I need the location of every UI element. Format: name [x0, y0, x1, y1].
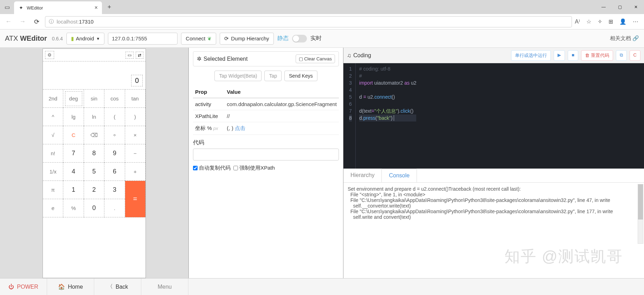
scrollbar[interactable] — [638, 184, 643, 244]
home-button[interactable]: 🏠Home — [47, 278, 94, 295]
calc-key[interactable]: − — [125, 144, 146, 163]
site-info-icon[interactable]: ⓘ — [49, 19, 54, 25]
calc-key[interactable]: 9 — [104, 144, 125, 163]
calc-key[interactable]: ln — [84, 108, 104, 126]
collections-icon[interactable]: ⊞ — [608, 18, 613, 25]
table-row: XPathLite// — [193, 110, 339, 122]
back-button[interactable]: 〈Back — [94, 278, 141, 295]
close-icon[interactable]: × — [95, 5, 98, 11]
docs-link[interactable]: 相关文档 🔗 — [610, 35, 639, 42]
favorites-bar-icon[interactable]: ✧ — [598, 18, 602, 25]
calc-key[interactable]: deg — [63, 90, 84, 108]
mode-switch[interactable] — [292, 35, 307, 42]
calc-key[interactable]: e — [43, 199, 63, 217]
calc-key[interactable]: + — [125, 163, 146, 181]
calc-key[interactable]: ) — [125, 108, 146, 126]
connect-label: Connect — [186, 35, 205, 41]
tap-widget-button[interactable]: Tap Widget(Beta) — [214, 71, 262, 81]
tab-hierarchy[interactable]: Hierarchy — [343, 169, 381, 182]
minimize-icon[interactable]: — — [595, 0, 612, 14]
calc-key[interactable]: π — [43, 181, 63, 199]
calc-key[interactable]: 2 — [84, 181, 104, 199]
swap-icon[interactable]: ⇄ — [136, 52, 143, 59]
favorites-icon[interactable]: ☆ — [586, 18, 591, 25]
device-screen[interactable]: ⚙ ▭ ⇄ 0 2nddegsincostan^lgln()√C⌫÷×n!789… — [43, 48, 146, 278]
th-prop: Prop — [193, 86, 225, 98]
home-icon: 🏠 — [58, 283, 65, 290]
close-window-icon[interactable]: ✕ — [628, 0, 644, 14]
code-input[interactable] — [193, 149, 339, 160]
line-gutter: 12345678 — [343, 63, 356, 169]
calc-key[interactable]: 2nd — [43, 90, 63, 108]
calc-key[interactable]: ( — [104, 108, 125, 126]
clear-canvas-button[interactable]: ▢ Clear Canvas — [296, 54, 335, 63]
refresh-c-button[interactable]: C — [630, 50, 640, 61]
calc-key[interactable]: = — [125, 181, 146, 217]
calc-key[interactable]: 7 — [63, 144, 84, 163]
calc-key[interactable]: tan — [125, 90, 146, 108]
device-preview-pane: ⚙ ▭ ⇄ 0 2nddegsincostan^lgln()√C⌫÷×n!789… — [0, 48, 189, 278]
copy-button[interactable]: ⧉ — [616, 50, 627, 61]
realtime-label: 实时 — [310, 35, 322, 42]
calc-key[interactable]: % — [63, 199, 84, 217]
profile-icon[interactable]: 👤 — [619, 18, 626, 25]
calc-key[interactable]: sin — [84, 90, 104, 108]
connect-button[interactable]: Connect ❦ — [181, 33, 216, 45]
send-keys-button[interactable]: Send Keys — [284, 71, 317, 81]
read-aloud-icon[interactable]: A⁾ — [575, 18, 580, 25]
table-row: 坐标 % px(, ) 点击 — [193, 122, 339, 135]
calc-key[interactable]: 8 — [84, 144, 104, 163]
tab-console[interactable]: Console — [381, 169, 417, 182]
new-tab-button[interactable]: + — [104, 4, 115, 11]
calc-key[interactable]: √ — [43, 126, 63, 144]
run-selection-button[interactable]: 单行或选中运行 — [511, 50, 551, 61]
calc-key[interactable]: 6 — [104, 163, 125, 181]
nav-back-icon[interactable]: ← — [3, 16, 14, 27]
gear-icon[interactable]: ⚙ — [45, 51, 54, 59]
dump-hierarchy-button[interactable]: ⟳ Dump Hierarchy — [220, 33, 273, 45]
calc-key[interactable]: cos — [104, 90, 125, 108]
target-icon: ✲ — [197, 55, 201, 62]
platform-select[interactable]: ▮ Android ▼ — [66, 33, 105, 45]
calc-key[interactable]: 5 — [84, 163, 104, 181]
calc-key[interactable]: 4 — [63, 163, 84, 181]
power-button[interactable]: ⏻POWER — [0, 278, 47, 295]
platform-label: Android — [76, 35, 94, 41]
calc-key[interactable]: 0 — [84, 199, 104, 217]
nav-forward-icon[interactable]: → — [17, 16, 28, 27]
calc-key[interactable]: C — [63, 126, 84, 144]
calc-key[interactable]: ^ — [43, 108, 63, 126]
maximize-icon[interactable]: ▢ — [612, 0, 628, 14]
reset-code-button[interactable]: 🗑 重置代码 — [581, 50, 613, 61]
stop-button[interactable]: ■ — [568, 50, 578, 61]
auto-copy-checkbox[interactable] — [193, 166, 198, 170]
calc-key[interactable]: lg — [63, 108, 84, 126]
url-input[interactable]: ⓘ localhost:17310 — [45, 16, 572, 27]
calc-key[interactable]: 1 — [63, 181, 84, 199]
tabs-overview-icon[interactable]: ▭ — [0, 0, 14, 14]
refresh-icon[interactable]: ⟳ — [31, 16, 42, 27]
calc-key[interactable]: 1/x — [43, 163, 63, 181]
tap-button[interactable]: Tap — [264, 71, 282, 81]
app-version: 0.6.4 — [52, 36, 63, 41]
device-ip-input[interactable] — [108, 33, 178, 45]
menu-button[interactable]: Menu — [141, 278, 188, 295]
force-xpath-checkbox[interactable] — [233, 166, 238, 170]
calc-key[interactable]: 3 — [104, 181, 125, 199]
calc-display-row: 0 — [43, 61, 146, 90]
leaf-icon: ❦ — [207, 36, 212, 41]
force-xpath-label: 强制使用XPath — [239, 165, 275, 171]
calc-key[interactable]: n! — [43, 144, 63, 163]
calc-key[interactable]: ÷ — [104, 126, 125, 144]
more-icon[interactable]: ⋯ — [633, 18, 638, 25]
calc-key[interactable]: × — [125, 126, 146, 144]
layout-icon[interactable]: ▭ — [125, 52, 134, 59]
console-output[interactable]: Set environment and prepare d = u2.conne… — [343, 183, 644, 278]
inspector-pane: ✲Selected Element ▢ Clear Canvas Tap Wid… — [189, 48, 343, 278]
run-play-button[interactable]: ▶ — [554, 50, 565, 61]
code-editor[interactable]: 12345678 # coding: utf-8 # import uiauto… — [343, 63, 644, 169]
click-link[interactable]: 点击 — [235, 125, 245, 131]
browser-tab[interactable]: ✦ WEditor × — [14, 1, 102, 14]
calc-key[interactable]: ⌫ — [84, 126, 104, 144]
calc-key[interactable]: . — [104, 199, 125, 217]
